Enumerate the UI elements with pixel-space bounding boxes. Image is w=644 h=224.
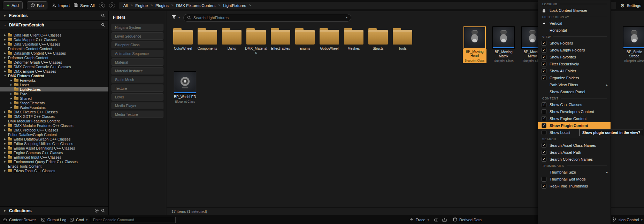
chevron-right-icon[interactable]: ▶ (3, 129, 7, 131)
radio-button[interactable] (542, 21, 546, 26)
chevron-right-icon[interactable]: ▶ (3, 156, 7, 159)
breadcrumb-item-lightfixtures[interactable]: LightFixtures (223, 3, 246, 8)
chevron-right-icon[interactable]: ▶ (3, 56, 7, 59)
folder-tile-structs[interactable]: Structs (367, 26, 390, 69)
chevron-right-icon[interactable]: ▶ (3, 115, 7, 118)
tree-item-data-validation-c-classes[interactable]: ▶Data Validation C++ Classes (0, 42, 108, 46)
chevron-right-icon[interactable]: ▶ (3, 138, 7, 141)
forward-button[interactable] (109, 2, 115, 8)
root-folder-header[interactable]: ▼ DMXFromScratch (0, 21, 108, 30)
menu-item-filter-recursively[interactable]: ✓Filter Recursively (538, 61, 611, 67)
menu-item-show-developers-content[interactable]: Show Developers Content (538, 108, 611, 115)
chevron-right-icon[interactable]: ▶ (3, 124, 7, 127)
cmd-dropdown[interactable]: Cmd ▾ (70, 215, 87, 224)
filter-caret-icon[interactable]: ▾ (178, 16, 180, 19)
filter-chip-material[interactable]: Material (112, 58, 163, 66)
checkbox-checked[interactable]: ✓ (542, 102, 546, 107)
chevron-right-icon[interactable]: ▶ (3, 65, 7, 68)
settings-button[interactable]: ⚙ Settings (620, 3, 641, 8)
tree-item-editor-dataflowgraph-content[interactable]: Editor DataflowGraph Content (0, 132, 108, 137)
breadcrumb-item-plugins[interactable]: Plugins (155, 3, 169, 8)
filter-chip-level-sequence[interactable]: Level Sequence (112, 32, 163, 40)
chevron-right-icon[interactable]: ▶ (10, 83, 13, 86)
folder-tile-disks[interactable]: Disks (220, 26, 243, 69)
menu-item-search-asset-class-names[interactable]: ✓Search Asset Class Names (538, 142, 611, 149)
menu-item-show-sources-panel[interactable]: Show Sources Panel (538, 88, 611, 95)
filter-chip-static-mesh[interactable]: Static Mesh (112, 76, 163, 83)
filter-chip-texture[interactable]: Texture (112, 85, 163, 92)
filter-chip-animation-sequence[interactable]: Animation Sequence (112, 50, 163, 57)
menu-item-thumbnail-size[interactable]: Thumbnail Size▸ (538, 169, 611, 176)
tree-item-datasmith-content-c-classes[interactable]: ▶Datasmith Content C++ Classes (0, 51, 108, 55)
output-log-button[interactable]: Output Log (41, 215, 66, 224)
checkbox-checked[interactable]: ✓ (542, 143, 546, 148)
tree-item-stageelements[interactable]: ▶StageElements (0, 101, 108, 105)
menu-item-organize-folders[interactable]: ✓Organize Folders (538, 74, 611, 81)
chevron-right-icon[interactable]: ▶ (10, 97, 13, 100)
checkbox-unchecked[interactable] (542, 109, 546, 114)
asset-tile-bp-moving-matrix[interactable]: BP_Moving MatrixBlueprint Class (490, 26, 517, 63)
tree-item-environment-query-editor-c-classes[interactable]: ▶Environment Query Editor C++ Classes (0, 159, 108, 164)
chevron-right-icon[interactable]: ▶ (3, 169, 7, 172)
save-all-button[interactable]: Save All (74, 3, 95, 8)
chevron-right-icon[interactable]: ▶ (3, 70, 7, 73)
fab-button[interactable]: Fab (27, 1, 48, 9)
chevron-right-icon[interactable]: ▶ (10, 79, 13, 82)
menu-item-search-collection-names[interactable]: ✓Search Collection Names (538, 156, 611, 163)
tree-item-waterfountains[interactable]: ▶WaterFountains (0, 105, 108, 110)
tree-item-erizos-tools-content[interactable]: Erizos Tools Content (0, 164, 108, 168)
checkbox-checked[interactable]: ✓ (542, 75, 546, 80)
checkbox-unchecked[interactable] (542, 177, 546, 182)
filter-chip-level[interactable]: Level (112, 93, 163, 101)
tree-item-dmx-engine-c-classes[interactable]: ▶DMX Engine C++ Classes (0, 69, 108, 73)
tree-item-dmx-fixtures-c-classes[interactable]: ▶DMX Fixtures C++ Classes (0, 110, 108, 114)
asset-tile-bp-washled[interactable]: BP_WashLEDBlueprint Class (171, 71, 199, 103)
menu-item-show-plugin-content[interactable]: ✓Show Plugin Content (538, 122, 611, 129)
insights-icon[interactable] (434, 215, 438, 224)
tree-item-dmx-protocol-c-classes[interactable]: ▶DMX Protocol C++ Classes (0, 128, 108, 132)
folder-tile-gobowheel[interactable]: GoboWheel (318, 26, 341, 69)
tree-item-laser[interactable]: ▶Laser (0, 82, 108, 87)
tree-item-enhanced-input-c-classes[interactable]: ▶Enhanced Input C++ Classes (0, 155, 108, 159)
tree-item-editor-dataflowgraph-c-classes[interactable]: ▶Editor DataflowGraph C++ Classes (0, 137, 108, 141)
checkbox-checked[interactable]: ✓ (542, 69, 546, 73)
import-button[interactable]: Import (52, 3, 70, 8)
filter-chip-blueprint-class[interactable]: Blueprint Class (112, 41, 163, 48)
tree-item-data-hub-client-c-classes[interactable]: ▶Data Hub Client C++ Classes (0, 33, 108, 37)
menu-item-vertical[interactable]: Vertical (538, 20, 611, 27)
tree-item-fireworks[interactable]: ▶Fireworks (0, 78, 108, 82)
search-icon[interactable] (101, 22, 105, 28)
filter-chip-media-player[interactable]: Media Player (112, 102, 163, 109)
chevron-down-icon[interactable]: ▼ (3, 74, 7, 77)
menu-item-show-c-classes[interactable]: ✓Show C++ Classes (538, 101, 611, 108)
chevron-right-icon[interactable]: ▶ (3, 52, 7, 55)
tree-item-pyro[interactable]: ▶Pyro (0, 91, 108, 96)
chevron-right-icon[interactable]: ▶ (3, 160, 7, 163)
tree-item-deformer-graph-c-classes[interactable]: ▶Deformer Graph C++ Classes (0, 60, 108, 64)
folder-tile-dmx-materials[interactable]: DMX_Materials (245, 26, 268, 69)
chevron-right-icon[interactable]: ▶ (3, 142, 7, 145)
favorites-header[interactable]: ▶ Favorites (0, 11, 108, 21)
asset-tile-bp-moving-head[interactable]: BP_Moving HeadBlueprint Class (461, 26, 488, 63)
checkbox-unchecked[interactable] (542, 130, 546, 135)
search-input[interactable]: Search LightFixtures ▾ (183, 14, 351, 22)
folder-tile-meshes[interactable]: Meshes (342, 26, 365, 69)
capture-icon[interactable] (442, 215, 447, 224)
filter-chip-material-instance[interactable]: Material Instance (112, 67, 163, 74)
checkbox-checked[interactable]: ✓ (542, 116, 546, 121)
checkbox-checked[interactable]: ✓ (542, 184, 546, 189)
tree-item-deformer-graph-content[interactable]: ▶Deformer Graph Content (0, 55, 108, 60)
tree-item-datasmith-content-content[interactable]: Datasmith Content Content (0, 46, 108, 51)
checkbox-checked[interactable]: ✓ (542, 157, 546, 162)
menu-item-show-all-folder[interactable]: ✓Show All Folder (538, 67, 611, 74)
checkbox-checked[interactable]: ✓ (542, 48, 546, 53)
menu-item-horizontal[interactable]: Horizontal (538, 27, 611, 34)
menu-item-show-favorites[interactable]: ✓Show Favorites (538, 54, 611, 61)
chevron-right-icon[interactable]: ▶ (3, 209, 7, 212)
chevron-right-icon[interactable]: ▶ (3, 43, 7, 46)
chevron-right-icon[interactable]: ▶ (10, 106, 13, 109)
checkbox-checked[interactable]: ✓ (542, 41, 546, 46)
search-icon[interactable] (101, 208, 105, 214)
menu-item-show-engine-content[interactable]: ✓Show Engine Content (538, 115, 611, 122)
folder-tile-enums[interactable]: Enums (293, 26, 316, 69)
